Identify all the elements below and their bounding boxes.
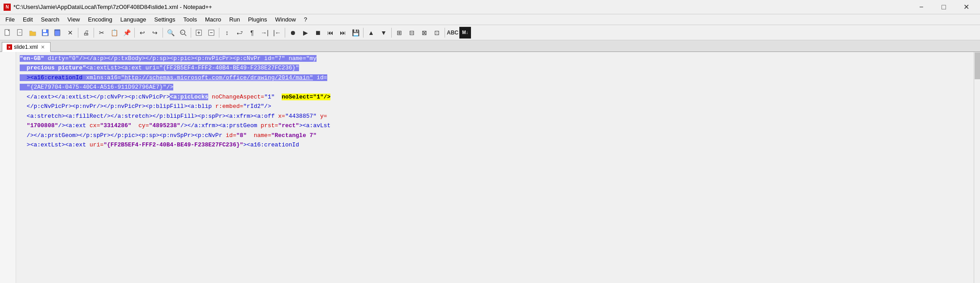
code-line-6: </p:cNvPicPr><p:nvPr/></p:nvPicPr><p:bli… <box>20 102 970 111</box>
menu-search[interactable]: Search <box>37 15 63 24</box>
svg-rect-5 <box>43 30 46 32</box>
separator-3 <box>134 28 135 38</box>
separator-4 <box>163 28 163 38</box>
copy-button[interactable]: 📋 <box>108 27 120 39</box>
paste-button[interactable]: 📌 <box>121 27 133 39</box>
svg-line-10 <box>184 34 186 36</box>
cut-button[interactable]: ✂ <box>96 27 107 39</box>
macro-prev-button[interactable]: ⏮ <box>325 27 336 39</box>
line-numbers <box>0 52 16 283</box>
maximize-button[interactable]: □ <box>933 2 954 13</box>
spellcheck-button[interactable]: ABC <box>447 27 458 39</box>
find-in-files-button[interactable]: * <box>177 27 189 39</box>
separator-10 <box>445 28 445 38</box>
editor-wrapper: "en-GB" dirty="0"/></a:p></p:txBody></p:… <box>0 52 980 283</box>
minimize-button[interactable]: − <box>911 2 932 13</box>
code-line-8: "1700808"/><a:ext cx="3314286" cy="48952… <box>20 121 970 130</box>
code-line-5: </a:ext></a:extLst></p:cNvPr><p:cNvPicPr… <box>20 92 970 102</box>
window-controls: − □ ✕ <box>911 2 976 13</box>
separator-7 <box>285 28 285 38</box>
app-icon: N <box>4 4 11 11</box>
tab-close-button[interactable]: ✕ <box>39 44 46 50</box>
code-editor[interactable]: "en-GB" dirty="0"/></a:p></p:txBody></p:… <box>16 52 974 283</box>
markdown-button[interactable]: M↓ <box>459 27 471 39</box>
macro-play-button[interactable]: ▶ <box>300 27 311 39</box>
menu-window[interactable]: Window <box>272 15 300 24</box>
code-line-3: ><a16:creationId xmlns:a16="http://schem… <box>20 73 970 82</box>
open-button[interactable] <box>27 27 39 39</box>
menu-settings[interactable]: Settings <box>151 15 179 24</box>
editor-main: "en-GB" dirty="0"/></a:p></p:txBody></p:… <box>0 52 980 283</box>
menu-plugins[interactable]: Plugins <box>244 15 271 24</box>
extra3-button[interactable]: ⊠ <box>419 27 430 39</box>
svg-rect-8 <box>55 30 60 36</box>
tab-slide1-xml[interactable]: X slide1.xml ✕ <box>2 42 51 52</box>
title-left: N *C:\Users\Jamie\AppData\Local\Temp\7zO… <box>4 4 212 11</box>
new-from-clipboard-button[interactable] <box>14 27 26 39</box>
macro-save-button[interactable]: 💾 <box>350 27 361 39</box>
separator-1 <box>78 28 78 38</box>
separator-5 <box>191 28 191 38</box>
outdent-button[interactable]: |← <box>271 27 283 39</box>
close-button-tb[interactable]: ✕ <box>64 27 76 39</box>
save-button[interactable] <box>39 27 51 39</box>
extra4-button[interactable]: ⊡ <box>431 27 443 39</box>
word-wrap-button[interactable]: ⮐ <box>234 27 245 39</box>
svg-rect-6 <box>43 33 47 35</box>
redo-button[interactable]: ↪ <box>149 27 161 39</box>
extra2-button[interactable]: ⊟ <box>406 27 418 39</box>
menu-language[interactable]: Language <box>117 15 150 24</box>
window-title: *C:\Users\Jamie\AppData\Local\Temp\7zO0F… <box>13 4 212 10</box>
launch2-button[interactable]: ▼ <box>378 27 389 39</box>
zoom-out-button[interactable] <box>205 27 217 39</box>
code-line-4: "{2AE79704-0475-40C4-A516-911D92796AE7}"… <box>20 82 970 92</box>
menu-edit[interactable]: Edit <box>19 15 36 24</box>
zoom-in-button[interactable] <box>193 27 205 39</box>
svg-rect-3 <box>19 33 21 33</box>
macro-next-button[interactable]: ⏭ <box>337 27 349 39</box>
svg-rect-1 <box>17 30 22 35</box>
menu-file[interactable]: File <box>2 15 18 24</box>
close-button[interactable]: ✕ <box>956 2 976 13</box>
show-all-chars-button[interactable]: ¶ <box>246 27 258 39</box>
svg-text:*: * <box>181 31 183 35</box>
svg-rect-2 <box>19 32 21 32</box>
new-button[interactable] <box>2 27 13 39</box>
tab-bar: X slide1.xml ✕ <box>0 40 980 52</box>
extra1-button[interactable]: ⊞ <box>394 27 405 39</box>
code-line-1: "en-GB" dirty="0"/></a:p></p:txBody></p:… <box>20 54 970 63</box>
separator-6 <box>219 28 219 38</box>
macro-stop-button[interactable]: ⏹ <box>312 27 324 39</box>
menu-help[interactable]: ? <box>300 15 311 24</box>
menu-view[interactable]: View <box>64 15 84 24</box>
separator-9 <box>391 28 392 38</box>
indent-button[interactable]: →| <box>259 27 270 39</box>
save-all-button[interactable] <box>52 27 64 39</box>
sync-scroll-button[interactable]: ↕ <box>221 27 233 39</box>
menu-encoding[interactable]: Encoding <box>85 15 116 24</box>
launch-button[interactable]: ▲ <box>365 27 377 39</box>
code-line-10: ><a:extLst><a:ext uri="{FF2B5EF4-FFF2-40… <box>20 140 970 150</box>
undo-button[interactable]: ↩ <box>137 27 148 39</box>
find-button[interactable]: 🔍 <box>165 27 176 39</box>
code-line-7: <a:stretch><a:fillRect/></a:stretch></p:… <box>20 111 970 121</box>
scrollbar-thumb[interactable] <box>975 52 980 79</box>
separator-2 <box>94 28 94 38</box>
code-line-9: /></a:prstGeom></p:spPr></p:pic><p:sp><p… <box>20 131 970 140</box>
toolbar: ✕ 🖨 ✂ 📋 📌 ↩ ↪ 🔍 * ↕ ⮐ ¶ →| |← ⏺ ▶ ⏹ ⏮ ⏭ … <box>0 25 980 40</box>
macro-button[interactable]: ⏺ <box>287 27 299 39</box>
code-line-2: precious picture"<a:extLst><a:ext uri="{… <box>20 63 970 73</box>
title-bar: N *C:\Users\Jamie\AppData\Local\Temp\7zO… <box>0 0 980 14</box>
menu-tools[interactable]: Tools <box>180 15 201 24</box>
menu-macro[interactable]: Macro <box>201 15 225 24</box>
print-button[interactable]: 🖨 <box>80 27 92 39</box>
vertical-scrollbar[interactable] <box>974 52 980 283</box>
menu-run[interactable]: Run <box>226 15 244 24</box>
tab-label: slide1.xml <box>14 44 38 50</box>
tab-file-icon: X <box>7 44 12 50</box>
menu-bar: File Edit Search View Encoding Language … <box>0 14 980 25</box>
separator-8 <box>363 28 364 38</box>
